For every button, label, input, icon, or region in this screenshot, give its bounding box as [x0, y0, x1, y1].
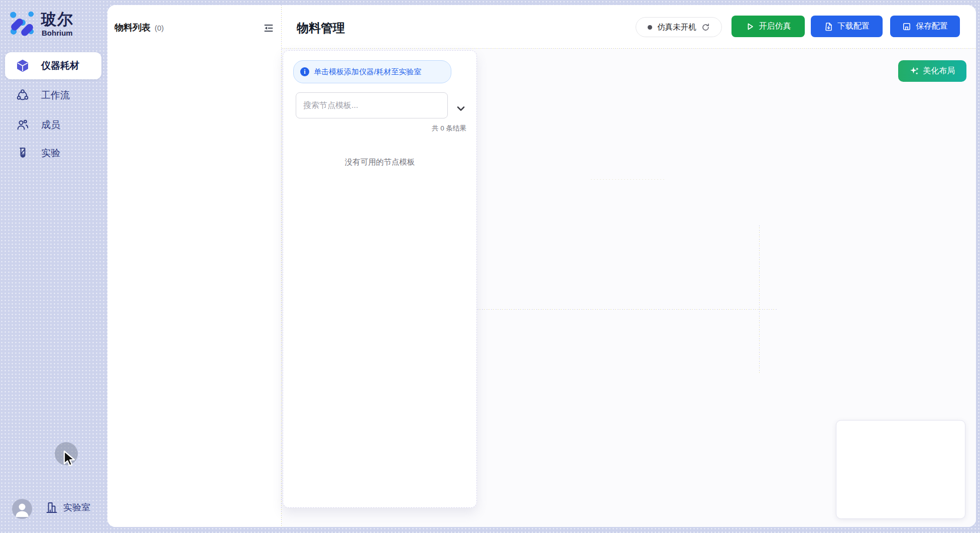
bohrium-logo-icon [9, 8, 36, 37]
lab-label: 实验室 [63, 501, 90, 513]
user-avatar[interactable] [12, 499, 32, 519]
save-icon [902, 22, 911, 31]
app-window: { "app": { "name": "玻尔", "brand_sub": "B… [0, 0, 980, 533]
sidebar-item-members[interactable]: 成员 [5, 113, 101, 137]
sidebar-item-experiment[interactable]: 实验 [5, 141, 101, 165]
sidebar-item-label: 实验 [41, 147, 60, 160]
palette-hint-banner: i 单击模板添加仪器/耗材至实验室 [293, 60, 451, 83]
node-template-palette: i 单击模板添加仪器/耗材至实验室 共 0 条结果 没有可用的节点模板 [283, 50, 477, 508]
save-config-button[interactable]: 保存配置 [890, 16, 960, 37]
sparkles-icon [910, 66, 919, 76]
workflow-icon [16, 89, 29, 102]
start-simulation-button[interactable]: 开启仿真 [731, 16, 805, 37]
info-icon: i [300, 67, 309, 76]
play-icon [746, 22, 755, 31]
grid-helper-line-faint [591, 179, 666, 180]
materials-panel-title: 物料列表(0) [114, 22, 164, 34]
experiment-icon [16, 147, 29, 160]
sidebar-item-label: 仪器耗材 [41, 59, 79, 72]
chevron-down-icon[interactable] [455, 102, 467, 114]
template-search-input[interactable] [296, 92, 448, 118]
sidebar-item-instruments[interactable]: 仪器耗材 [5, 52, 101, 79]
sidebar-item-label: 工作流 [41, 89, 70, 102]
panel-collapse-icon[interactable] [263, 22, 275, 34]
sidebar-item-lab[interactable]: 实验室 [45, 501, 90, 514]
building-icon [45, 501, 58, 514]
person-icon [12, 499, 32, 519]
file-download-icon [824, 22, 833, 31]
sidebar-item-workflow[interactable]: 工作流 [5, 83, 101, 107]
content-card: 物料列表(0) 物料管理 仿真未开机 开启仿真 下载配置 [107, 5, 976, 527]
cube-icon [16, 59, 29, 72]
app-title: 玻尔 [41, 9, 73, 30]
sidebar: 玻尔 Bohrium 仪器耗材 工作流 成员 [0, 0, 107, 533]
sidebar-item-label: 成员 [41, 118, 60, 131]
status-dot-icon [648, 25, 652, 30]
simulation-status-pill[interactable]: 仿真未开机 [636, 17, 722, 37]
empty-templates-text: 没有可用的节点模板 [283, 157, 476, 168]
beautify-layout-button[interactable]: 美化布局 [898, 60, 966, 82]
download-config-button[interactable]: 下载配置 [811, 16, 883, 37]
page-title: 物料管理 [297, 20, 345, 36]
mouse-cursor [62, 450, 76, 468]
palette-hint-text: 单击模板添加仪器/耗材至实验室 [314, 67, 421, 77]
refresh-icon[interactable] [701, 23, 710, 32]
minimap[interactable] [836, 420, 965, 519]
result-count: 共 0 条结果 [432, 124, 466, 133]
members-icon [16, 118, 29, 131]
simulation-status-text: 仿真未开机 [657, 22, 696, 33]
materials-panel: 物料列表(0) [107, 5, 281, 527]
grid-helper-line-vertical [759, 225, 760, 374]
grid-helper-line-horizontal [477, 309, 778, 310]
app-brand-subtitle: Bohrium [42, 29, 73, 37]
materials-count: (0) [155, 24, 164, 32]
